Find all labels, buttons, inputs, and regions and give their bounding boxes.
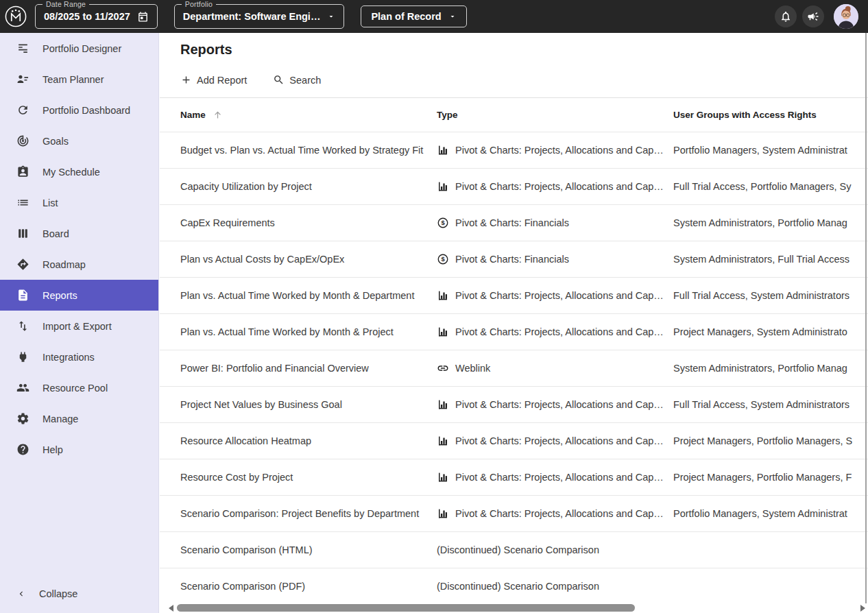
chart-icon [437,326,449,338]
report-type: Pivot & Charts: Projects, Allocations an… [455,508,664,519]
table-row[interactable]: Scenario Comparison (PDF)(Discontinued) … [160,568,868,604]
sidebar-nav: Portfolio DesignerTeam PlannerPortfolio … [0,33,158,465]
reports-icon [16,289,29,302]
report-type: Pivot & Charts: Projects, Allocations an… [455,472,664,483]
plan-of-record-select[interactable]: Plan of Record [361,5,466,27]
sidebar-item-import-export[interactable]: Import & Export [0,311,158,341]
table-row[interactable]: Resource Allocation HeatmapPivot & Chart… [160,422,868,459]
sidebar-item-list[interactable]: List [0,187,158,218]
sidebar-item-label: List [43,197,58,208]
resource-pool-icon [16,381,29,394]
report-name: Capacity Utilization by Project [180,181,312,192]
sidebar-item-help[interactable]: Help [0,434,158,465]
report-name: Plan vs. Actual Time Worked by Month & P… [180,326,394,337]
report-name: Resource Cost by Project [180,472,293,483]
horizontal-scrollbar-thumb[interactable] [177,604,635,612]
user-avatar[interactable] [834,4,858,29]
chart-icon [437,471,449,483]
svg-text:$: $ [441,256,445,263]
portfolio-select[interactable]: Portfolio Department: Software Engi… [174,4,345,29]
table-row[interactable]: Plan vs Actual Costs by CapEx/OpEx$Pivot… [160,241,868,277]
sidebar-item-label: Help [43,444,63,455]
table-row[interactable]: Plan vs. Actual Time Worked by Month & P… [160,313,868,350]
table-row[interactable]: Capacity Utilization by ProjectPivot & C… [160,168,868,204]
column-header-type[interactable]: Type [437,110,673,120]
report-groups-cell: Portfolio Managers, System Administrat [673,145,868,156]
report-type-cell: Weblink [437,362,673,374]
chart-icon [437,398,449,411]
sidebar-item-goals[interactable]: Goals [0,125,158,156]
report-name-cell: Scenario Comparison: Project Benefits by… [160,508,437,519]
search-button[interactable]: Search [273,74,321,86]
report-name-cell: Resource Cost by Project [160,472,437,483]
sidebar-item-integrations[interactable]: Integrations [0,341,158,372]
table-row[interactable]: Scenario Comparison: Project Benefits by… [160,495,868,531]
sidebar-item-team-planner[interactable]: Team Planner [0,64,158,95]
report-name-cell: Scenario Comparison (PDF) [160,581,437,592]
report-type: Pivot & Charts: Projects, Allocations an… [455,435,664,446]
sidebar-item-reports[interactable]: Reports [0,280,158,311]
report-groups: System Administrators, Portfolio Manag [673,363,847,374]
collapse-button[interactable]: Collapse [0,578,158,609]
report-groups-cell: Project Managers, System Administrato [673,326,868,337]
report-name: Scenario Comparison (HTML) [180,544,313,555]
calendar-icon[interactable] [137,11,149,23]
main-content: Reports Add Report Search Name Type [160,33,868,613]
sidebar-item-portfolio-dashboard[interactable]: Portfolio Dashboard [0,95,158,125]
table-row[interactable]: Project Net Values by Business GoalPivot… [160,386,868,422]
report-type-cell: Pivot & Charts: Projects, Allocations an… [437,471,673,483]
bell-icon [780,10,792,23]
plus-icon [180,74,192,86]
date-range-field[interactable]: Date Range 08/2025 to 11/2027 [35,4,158,29]
table-row[interactable]: Plan vs. Actual Time Worked by Month & D… [160,277,868,313]
chart-icon [437,144,449,156]
sidebar-item-roadmap[interactable]: Roadmap [0,249,158,280]
vertical-scrollbar[interactable] [865,33,867,603]
horizontal-scrollbar[interactable] [169,604,865,612]
sidebar-collapse-container: Collapse [0,578,158,609]
announcements-button[interactable] [802,5,824,27]
sidebar-item-resource-pool[interactable]: Resource Pool [0,372,158,403]
sidebar-item-label: Reports [43,290,77,301]
column-header-name[interactable]: Name [160,110,437,120]
report-groups-cell: Full Trial Access, Portfolio Managers, S… [673,181,868,192]
table-row[interactable]: CapEx Requirements$Pivot & Charts: Finan… [160,204,868,241]
report-name-cell: Resource Allocation Heatmap [160,435,437,446]
meisterplan-logo-icon[interactable] [3,4,28,29]
report-groups-cell: System Administrators, Full Trial Access [673,254,868,265]
sidebar-item-manage[interactable]: Manage [0,403,158,434]
scroll-right-arrow-icon[interactable] [860,605,865,612]
report-groups: Full Trial Access, System Administrators [673,399,849,410]
sidebar-item-my-schedule[interactable]: My Schedule [0,156,158,187]
report-name: Budget vs. Plan vs. Actual Time Worked b… [180,145,423,156]
sidebar-item-portfolio-designer[interactable]: Portfolio Designer [0,33,158,64]
table-row[interactable]: Power BI: Portfolio and Financial Overvi… [160,350,868,386]
report-name: Scenario Comparison (PDF) [180,581,305,592]
report-groups: Portfolio Managers, System Administrat [673,508,847,519]
board-icon [16,227,29,240]
table-row[interactable]: Budget vs. Plan vs. Actual Time Worked b… [160,132,868,168]
notifications-button[interactable] [775,5,797,27]
report-type-cell: Pivot & Charts: Projects, Allocations an… [437,435,673,447]
weblink-icon [437,362,449,374]
table-row[interactable]: Resource Cost by ProjectPivot & Charts: … [160,459,868,495]
sidebar-item-label: Roadmap [43,259,86,270]
add-report-label: Add Report [197,75,247,86]
sidebar-item-board[interactable]: Board [0,218,158,249]
report-type: Pivot & Charts: Financials [455,254,569,265]
sidebar-item-label: Resource Pool [43,383,108,394]
report-name: CapEx Requirements [180,217,275,228]
sidebar-item-label: Goals [43,136,69,147]
scroll-left-arrow-icon[interactable] [169,605,173,612]
table-row[interactable]: Scenario Comparison (HTML)(Discontinued)… [160,531,868,568]
page-title: Reports [160,33,868,58]
report-name-cell: Plan vs. Actual Time Worked by Month & P… [160,326,437,337]
add-report-button[interactable]: Add Report [180,74,247,86]
chevron-down-icon [448,12,457,21]
report-type-cell: $Pivot & Charts: Financials [437,217,673,229]
column-header-groups[interactable]: User Groups with Access Rights [673,110,868,120]
report-groups: System Administrators, Full Trial Access [673,254,849,265]
report-groups: Full Trial Access, Portfolio Managers, S… [673,181,852,192]
report-name-cell: Plan vs. Actual Time Worked by Month & D… [160,290,437,301]
report-groups-cell: Project Managers, Portfolio Managers, F [673,472,868,483]
